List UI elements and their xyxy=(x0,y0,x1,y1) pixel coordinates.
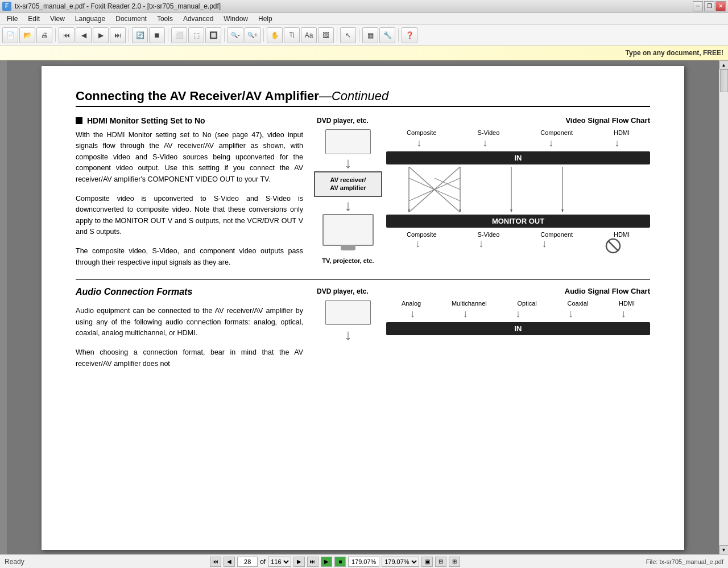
menu-language[interactable]: Language xyxy=(71,14,110,24)
status-navigation[interactable]: ⏮ ◀ of 116 ▶ ⏭ ▶ ■ 179.07% 100% 150% 200… xyxy=(210,557,460,567)
zoom-select[interactable]: 179.07% 100% 150% 200% xyxy=(382,557,419,567)
scroll-down-button[interactable]: ▼ xyxy=(719,545,729,554)
title-bar-left: F tx-sr705_manual_e.pdf - Foxit Reader 2… xyxy=(2,2,221,11)
zoom-in-plus[interactable]: 🔍+ xyxy=(245,27,260,43)
prev-page-button[interactable]: ◀ xyxy=(76,27,92,43)
audio-dvd-label-container: DVD player, etc. xyxy=(317,287,369,295)
minimize-button[interactable]: ─ xyxy=(693,1,703,11)
first-page-nav[interactable]: ⏮ xyxy=(210,557,221,567)
audio-right: DVD player, etc. Audio Signal Flow Chart xyxy=(317,287,650,369)
status-ready: Ready xyxy=(5,558,24,566)
page-input[interactable] xyxy=(237,557,258,567)
monitor-out-bar: MONITOR OUT xyxy=(386,215,650,228)
pdf-area[interactable]: Connecting the AV Receiver/AV Amplifier—… xyxy=(7,60,719,554)
a-arrow5: ↓ xyxy=(621,308,626,320)
section1-para1: With the HDMI Monitor setting set to No … xyxy=(76,130,303,185)
zoom-input[interactable] xyxy=(348,557,379,567)
tv-stand xyxy=(341,245,355,250)
more-options[interactable]: 🔧 xyxy=(379,27,395,43)
separator4 xyxy=(224,28,225,42)
fit-button[interactable]: 🔲 xyxy=(205,27,221,43)
section1-para3: The composite video, S-Video, and compon… xyxy=(76,246,303,268)
stop-button[interactable]: ⏹ xyxy=(149,27,165,43)
menu-edit[interactable]: Edit xyxy=(23,14,44,24)
svg-marker-11 xyxy=(510,209,512,212)
b-arrow2: ↓ xyxy=(478,238,483,257)
signal-arrows-top: ↓ ↓ ↓ ↓ xyxy=(386,137,650,149)
last-page-nav[interactable]: ⏭ xyxy=(307,557,318,567)
tv-label: TV, projector, etc. xyxy=(322,257,374,264)
scroll-thumb[interactable] xyxy=(720,69,728,92)
audio-chart-title-row: DVD player, etc. Audio Signal Flow Chart xyxy=(317,287,650,295)
a-arrow2: ↓ xyxy=(463,308,468,320)
menu-view[interactable]: View xyxy=(46,14,69,24)
separator5 xyxy=(263,28,264,42)
arrow4: ↓ xyxy=(615,137,620,149)
window-title: tx-sr705_manual_e.pdf - Foxit Reader 2.0… xyxy=(15,2,221,10)
refresh-button[interactable]: 🔄 xyxy=(132,27,148,43)
crosshatch-svg xyxy=(386,167,650,212)
section-heading-square xyxy=(76,117,82,124)
section1-right: DVD player, etc. Video Signal Flow Chart xyxy=(317,116,650,268)
dvd-arrow: ↓ xyxy=(345,155,352,170)
main-area: Connecting the AV Receiver/AV Amplifier—… xyxy=(0,60,728,554)
video-chart-title-container: Video Signal Flow Chart xyxy=(565,116,650,125)
a-arrow4: ↓ xyxy=(568,308,573,320)
left-margin xyxy=(0,60,7,554)
play-button[interactable]: ▶ xyxy=(93,27,109,43)
restore-button[interactable]: ❐ xyxy=(704,1,714,11)
stop-nav[interactable]: ■ xyxy=(334,557,346,567)
sig-b-svideo: S-Video xyxy=(477,231,499,238)
menu-file[interactable]: File xyxy=(2,14,22,24)
promo-bar: Type on any document, FREE! xyxy=(0,46,728,60)
window-controls[interactable]: ─ ❐ ✕ xyxy=(693,1,726,11)
menu-help[interactable]: Help xyxy=(254,14,277,24)
prev-page-nav[interactable]: ◀ xyxy=(224,557,235,567)
audio-columns: Audio Connection Formats Audio equipment… xyxy=(76,287,650,369)
menu-bar: File Edit View Language Document Tools A… xyxy=(0,13,728,25)
scroll-track[interactable] xyxy=(719,69,728,545)
scroll-up-button[interactable]: ▲ xyxy=(719,60,729,69)
separator8 xyxy=(398,28,399,42)
play-nav[interactable]: ▶ xyxy=(321,557,332,567)
print-button[interactable]: 🖨 xyxy=(36,27,52,43)
snapshot-button[interactable]: ⬚ xyxy=(188,27,204,43)
aud-multichannel: Multichannel xyxy=(452,300,487,307)
pointer-button[interactable]: ↖ xyxy=(340,27,356,43)
help-button[interactable]: ❓ xyxy=(402,27,417,43)
pan-button[interactable]: ✋ xyxy=(267,27,283,43)
section2-para2: When choosing a connection format, bear … xyxy=(76,347,303,369)
menu-window[interactable]: Window xyxy=(219,14,253,24)
menu-advanced[interactable]: Advanced xyxy=(179,14,218,24)
page-title-text: Connecting the AV Receiver/AV Amplifier xyxy=(76,89,319,103)
arrow1: ↓ xyxy=(417,137,422,149)
dvd-label-container: DVD player, etc. xyxy=(317,116,369,125)
text-select-tool[interactable]: T| xyxy=(284,27,300,43)
fit-page-nav[interactable]: ▣ xyxy=(421,557,433,567)
select-text-button[interactable]: ⬜ xyxy=(171,27,187,43)
menu-document[interactable]: Document xyxy=(111,14,151,24)
next-page-nav[interactable]: ▶ xyxy=(293,557,305,567)
aud-coaxial: Coaxial xyxy=(568,300,589,307)
open-button[interactable]: 📂 xyxy=(19,27,35,43)
section1-columns: HDMI Monitor Setting Set to No With the … xyxy=(76,116,650,268)
chart-title-row: DVD player, etc. Video Signal Flow Chart xyxy=(317,116,650,125)
zoom-in-minus[interactable]: 🔍- xyxy=(228,27,243,43)
image-tool[interactable]: 🖼 xyxy=(318,27,334,43)
arrow2: ↓ xyxy=(483,137,488,149)
section2-para1: Audio equipment can be connected to the … xyxy=(76,306,303,339)
aud-analog: Analog xyxy=(402,300,421,307)
view-options[interactable]: ▦ xyxy=(362,27,378,43)
typewriter-button[interactable]: Aa xyxy=(301,27,317,43)
right-scrollbar[interactable]: ▲ ▼ xyxy=(719,60,728,554)
new-button[interactable]: 📄 xyxy=(2,27,18,43)
close-button[interactable]: ✕ xyxy=(715,1,726,11)
last-page-button[interactable]: ⏭ xyxy=(110,27,126,43)
fit-two-nav[interactable]: ⊞ xyxy=(449,557,460,567)
menu-tools[interactable]: Tools xyxy=(152,14,177,24)
tv-box xyxy=(322,214,374,246)
first-page-button[interactable]: ⏮ xyxy=(59,27,75,43)
fit-width-nav[interactable]: ⊟ xyxy=(435,557,446,567)
signal-arrows-bottom: ↓ ↓ ↓ xyxy=(386,238,650,257)
page-total-select[interactable]: 116 xyxy=(268,557,291,567)
